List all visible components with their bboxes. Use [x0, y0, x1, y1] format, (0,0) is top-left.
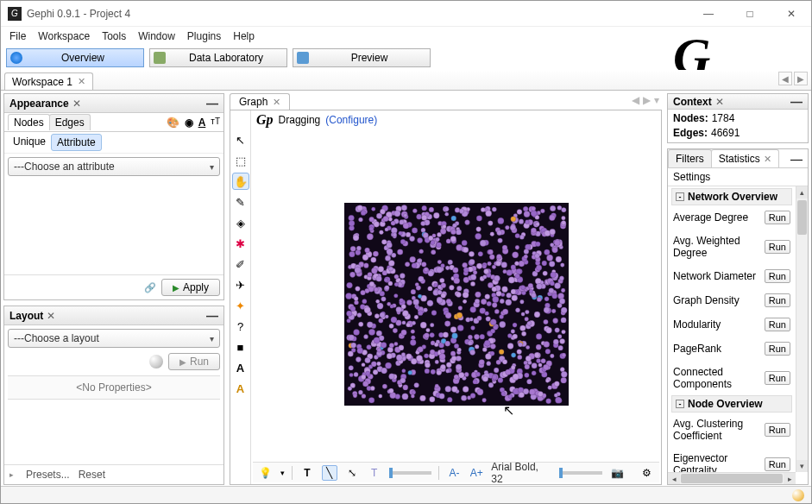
scroll-thumb[interactable] — [797, 200, 807, 235]
edge-tool-2[interactable]: ⤡ — [344, 465, 360, 481]
font-decrease-button[interactable]: A- — [446, 465, 462, 481]
run-stat-button[interactable]: Run — [765, 318, 790, 331]
scroll-left-icon[interactable]: ◂ — [668, 473, 680, 484]
tab-statistics[interactable]: Statistics ✕ — [711, 149, 779, 167]
heatmap-tool[interactable]: ✦ — [232, 297, 249, 314]
scroll-right-icon[interactable]: ▸ — [784, 473, 796, 484]
label-tool-2[interactable]: ■ — [232, 338, 249, 356]
settings-icon[interactable]: ⚙ — [639, 465, 654, 481]
edit-tool[interactable]: ✐ — [232, 255, 249, 273]
run-layout-button[interactable]: ▶ Run — [168, 353, 220, 370]
next-workspace-button[interactable]: ▶ — [794, 72, 808, 85]
run-stat-button[interactable]: Run — [765, 423, 790, 437]
minimize-panel-button[interactable]: — — [206, 97, 218, 110]
next-icon[interactable]: ▶ — [643, 94, 651, 106]
run-stat-button[interactable]: Run — [765, 457, 790, 471]
mode-attribute[interactable]: Attribute — [51, 134, 102, 151]
font-increase-button[interactable]: A+ — [469, 465, 484, 481]
menu-file[interactable]: File — [9, 30, 26, 42]
dropdown-icon[interactable]: ▾ — [654, 94, 659, 106]
attribute-dropdown[interactable]: ---Choose an attribute ▾ — [8, 157, 220, 176]
close-icon[interactable]: ✕ — [273, 97, 280, 108]
close-icon[interactable]: ✕ — [78, 76, 85, 87]
scroll-thumb[interactable] — [681, 474, 783, 483]
stat-label: Graph Density — [673, 294, 740, 306]
layout-settings-icon[interactable] — [149, 355, 163, 369]
reset-button[interactable]: Reset — [79, 469, 105, 481]
minimize-panel-button[interactable]: — — [785, 152, 808, 166]
run-stat-button[interactable]: Run — [765, 342, 790, 356]
path-tool[interactable]: ✈ — [232, 276, 249, 293]
rectangle-select-tool[interactable]: ⬚ — [232, 152, 249, 169]
tab-filters[interactable]: Filters — [668, 149, 712, 167]
maximize-button[interactable]: □ — [737, 8, 763, 20]
svg-point-831 — [400, 330, 406, 335]
color-icon[interactable]: 🎨 — [167, 117, 179, 129]
label-tool-1[interactable]: ? — [232, 318, 249, 335]
tab-nodes[interactable]: Nodes — [8, 114, 50, 130]
color-tool[interactable]: ✱ — [232, 235, 249, 252]
layout-dropdown[interactable]: ---Choose a layout ▾ — [8, 329, 220, 348]
network-overview-header[interactable]: - Network Overview — [671, 188, 792, 205]
text-tool-2[interactable]: A — [232, 380, 249, 397]
menu-workspace[interactable]: Workspace — [38, 30, 90, 42]
close-icon[interactable]: ✕ — [715, 96, 724, 108]
graph-tab[interactable]: Graph ✕ — [230, 93, 290, 110]
minimize-panel-button[interactable]: — — [790, 95, 803, 109]
close-icon[interactable]: ✕ — [764, 154, 771, 165]
close-button[interactable]: ✕ — [778, 8, 804, 20]
svg-point-822 — [513, 373, 519, 379]
screenshot-button[interactable]: 📷 — [609, 465, 625, 481]
font-field[interactable]: Arial Bold, 32 — [491, 461, 552, 485]
lightbulb-icon[interactable]: 💡 — [258, 465, 274, 481]
sizer-tool[interactable]: ◈ — [232, 214, 249, 231]
tab-preview[interactable]: Preview — [293, 48, 431, 67]
chain-icon[interactable]: 🔗 — [144, 282, 156, 293]
label-color-icon[interactable]: A — [198, 117, 206, 129]
menu-window[interactable]: Window — [138, 30, 175, 42]
menu-help[interactable]: Help — [233, 30, 255, 42]
label-size-icon[interactable]: тT — [211, 117, 220, 129]
vertical-scrollbar[interactable]: ▴ ▾ — [796, 186, 808, 472]
brush-tool[interactable]: ✎ — [232, 193, 249, 211]
apply-button[interactable]: ▶ Apply — [161, 279, 220, 296]
drag-tool[interactable]: ✋ — [232, 173, 249, 190]
edge-tool-1[interactable]: ╲ — [322, 465, 337, 481]
expand-icon[interactable]: ▸ — [9, 470, 14, 479]
minimize-button[interactable]: — — [696, 8, 721, 20]
edge-weight-slider[interactable] — [389, 471, 432, 475]
scroll-up-icon[interactable]: ▴ — [796, 186, 808, 198]
node-overview-header[interactable]: - Node Overview — [671, 395, 792, 413]
size-icon[interactable]: ◉ — [185, 117, 193, 129]
run-stat-button[interactable]: Run — [765, 240, 790, 254]
presets-button[interactable]: Presets... — [26, 469, 70, 481]
label-size-slider[interactable] — [559, 471, 602, 475]
svg-point-657 — [523, 249, 528, 254]
close-icon[interactable]: ✕ — [72, 98, 81, 110]
menu-plugins[interactable]: Plugins — [187, 30, 221, 42]
text-tool-1[interactable]: A — [232, 359, 249, 376]
edge-type-button[interactable]: T — [367, 465, 382, 481]
run-stat-button[interactable]: Run — [765, 211, 790, 224]
globe-icon[interactable] — [792, 489, 804, 501]
tab-overview[interactable]: Overview — [6, 48, 144, 67]
show-labels-button[interactable]: T — [299, 465, 315, 481]
pointer-tool[interactable]: ↖ — [232, 131, 249, 148]
settings-row[interactable]: Settings — [668, 168, 808, 186]
mode-unique[interactable]: Unique — [8, 134, 51, 151]
run-stat-button[interactable]: Run — [765, 269, 790, 283]
menu-tools[interactable]: Tools — [102, 30, 126, 42]
close-icon[interactable]: ✕ — [47, 310, 55, 322]
tab-edges[interactable]: Edges — [49, 114, 91, 130]
horizontal-scrollbar[interactable]: ◂ ▸ — [668, 472, 796, 484]
svg-point-712 — [373, 369, 378, 375]
graph-canvas[interactable]: ↖ — [251, 110, 661, 484]
workspace-tab-1[interactable]: Workspace 1 ✕ — [4, 72, 93, 90]
scroll-down-icon[interactable]: ▾ — [796, 460, 808, 472]
run-stat-button[interactable]: Run — [765, 293, 790, 307]
tab-data-laboratory[interactable]: Data Laboratory — [149, 48, 287, 67]
prev-icon[interactable]: ◀ — [632, 94, 639, 106]
run-stat-button[interactable]: Run — [765, 371, 790, 385]
minimize-panel-button[interactable]: — — [206, 309, 218, 323]
prev-workspace-button[interactable]: ◀ — [778, 72, 792, 85]
